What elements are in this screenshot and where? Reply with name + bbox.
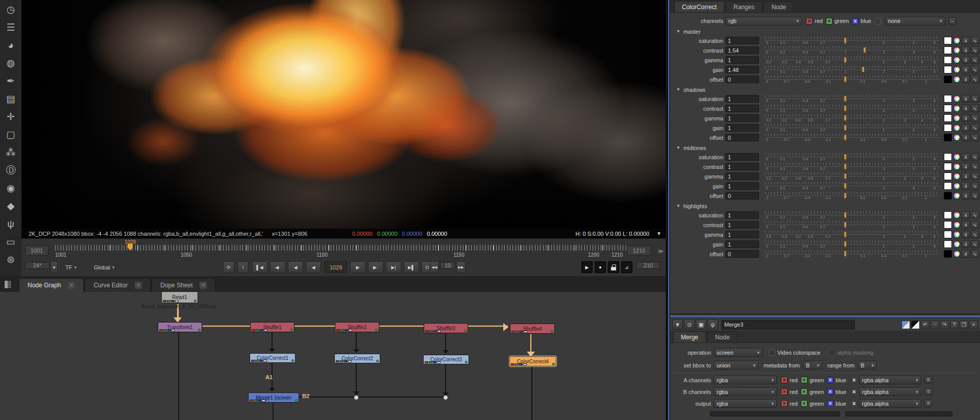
param-value-field[interactable]: 1 <box>725 114 759 122</box>
multi-value-button[interactable]: 4 <box>962 124 970 132</box>
node-name-field[interactable]: Merge3 <box>721 320 855 330</box>
multi-value-button[interactable]: 4 <box>962 250 970 258</box>
param-slider[interactable]: -1-0.7-0.4-0.100.10.40.71 <box>765 192 940 200</box>
channels-dropdown[interactable]: rgb▾ <box>725 17 802 26</box>
mask-dropdown-partial[interactable] <box>710 411 840 416</box>
flipbook-play-button[interactable]: ▶ <box>581 261 593 273</box>
green-checkbox[interactable]: × <box>801 400 807 407</box>
slider-handle[interactable] <box>844 231 847 237</box>
slider-handle[interactable] <box>844 57 847 63</box>
param-value-field[interactable]: 1 <box>725 37 759 44</box>
revert-button[interactable]: ↷ <box>940 320 949 329</box>
param-value-field[interactable]: 1 <box>725 56 759 64</box>
node-settings-wrench-button[interactable]: ψ <box>707 319 718 330</box>
slider-handle[interactable] <box>844 115 847 121</box>
prev-keyframe-button[interactable]: ◀· <box>270 261 285 273</box>
param-slider[interactable]: 00.10.40.71234 <box>765 163 940 171</box>
multi-value-button[interactable]: 4 <box>962 76 970 83</box>
curve-button[interactable]: ∿ <box>971 250 979 258</box>
curve-button[interactable]: ∿ <box>971 46 979 54</box>
alpha-check-icon[interactable]: × <box>852 400 856 407</box>
curve-button[interactable]: ∿ <box>971 114 979 122</box>
param-slider[interactable]: 0.20.30.40.50.712345 <box>765 172 940 181</box>
multi-value-button[interactable]: 4 <box>962 134 970 141</box>
multi-value-button[interactable]: 4 <box>962 240 970 248</box>
param-slider[interactable]: 0.20.30.40.50.712345 <box>765 231 940 239</box>
panel-divider[interactable] <box>666 0 669 420</box>
color-wheel-button[interactable] <box>953 76 960 83</box>
node-colorcorrect3[interactable]: ColorCorrect3 <box>423 355 469 364</box>
section-header-midtones[interactable]: ▼midtones <box>670 143 980 152</box>
tab-colorcorrect[interactable]: ColorCorrect <box>674 1 724 12</box>
slider-handle[interactable] <box>863 47 866 53</box>
color-sampler-icon[interactable]: ✒ <box>4 73 18 88</box>
curve-button[interactable]: ∿ <box>971 211 979 219</box>
node-shuffle1[interactable]: Shuffle1 <box>250 322 295 332</box>
color-swatch-button[interactable] <box>944 95 952 103</box>
slider-handle[interactable] <box>844 251 847 257</box>
multi-value-button[interactable]: 4 <box>962 163 970 170</box>
menu-rows-icon[interactable]: ☰ <box>4 20 18 34</box>
transform-arrows-icon[interactable]: ✛ <box>4 109 18 123</box>
slider-handle[interactable] <box>844 192 847 199</box>
tf-mode-dropdown[interactable]: TF▾ <box>65 261 86 273</box>
interface-color-button[interactable] <box>911 320 920 329</box>
param-value-field[interactable]: 0 <box>725 76 759 83</box>
green-checkbox[interactable]: × <box>801 388 807 395</box>
curve-button[interactable]: ∿ <box>971 153 979 161</box>
redo-button[interactable]: ↷ <box>930 320 939 329</box>
fps-dropdown-arrow[interactable]: ▾ <box>51 261 58 273</box>
param-slider[interactable]: 00.10.40.71234 <box>765 211 940 219</box>
node-graph-panel[interactable] <box>0 292 666 420</box>
slider-handle[interactable] <box>844 105 847 111</box>
node-shuffle2[interactable]: Shuffle2 <box>335 322 379 332</box>
close-tab-icon[interactable]: × <box>135 282 142 289</box>
param-value-field[interactable]: 1 <box>725 95 759 103</box>
operation-dropdown[interactable]: screen▾ <box>714 348 763 357</box>
param-slider[interactable]: 00.10.40.71234 <box>765 153 940 161</box>
status-caret-icon[interactable]: ▼ <box>656 231 662 236</box>
curve-button[interactable]: ∿ <box>971 105 979 112</box>
help-button[interactable]: ? <box>950 320 959 329</box>
slider-handle[interactable] <box>844 125 847 131</box>
color-wheel-button[interactable] <box>953 37 960 44</box>
slider-handle[interactable] <box>844 241 847 247</box>
section-header-master[interactable]: ▼master <box>670 27 980 36</box>
close-tab-icon[interactable]: × <box>68 282 75 289</box>
multi-value-button[interactable]: 4 <box>962 192 970 200</box>
red-checkbox[interactable]: × <box>781 400 788 407</box>
profile-chart-button[interactable]: ⊿ <box>621 261 632 273</box>
curve-button[interactable]: ∿ <box>971 221 979 229</box>
range-from-dropdown[interactable]: B▾ <box>857 361 877 369</box>
alpha-channel-dropdown[interactable]: rgba.alpha▾ <box>859 399 921 408</box>
color-swatch-button[interactable] <box>944 172 952 180</box>
color-swatch-button[interactable] <box>944 240 952 248</box>
tab-node-graph[interactable]: Node Graph× <box>19 278 84 292</box>
color-swatch-button[interactable] <box>944 134 952 141</box>
param-slider[interactable]: -1-0.7-0.4-0.100.10.40.71 <box>765 134 940 142</box>
node-read1[interactable]: Read1 <box>161 291 198 303</box>
multi-value-button[interactable]: 4 <box>962 37 970 44</box>
tab-merge-merge[interactable]: Merge <box>673 331 706 342</box>
metadata-tag-icon[interactable]: ◆ <box>4 199 18 213</box>
param-value-field[interactable]: 1.48 <box>725 66 759 73</box>
slider-handle[interactable] <box>844 134 847 140</box>
param-slider[interactable]: -1-0.7-0.4-0.100.10.40.71 <box>765 76 940 84</box>
color-wheel-button[interactable] <box>953 105 960 112</box>
main-channels-dropdown[interactable]: rgba▾ <box>714 376 777 384</box>
node-colorcorrect1[interactable]: ColorCorrect1 <box>250 353 296 363</box>
collapse-panel-button[interactable]: ▼ <box>672 319 683 330</box>
multi-value-button[interactable]: 4 <box>962 105 970 112</box>
slider-handle[interactable] <box>844 221 847 228</box>
param-slider[interactable]: 00.10.40.71234 <box>765 182 940 190</box>
color-swatch-button[interactable] <box>944 211 952 219</box>
multi-value-button[interactable]: 4 <box>962 231 970 238</box>
param-value-field[interactable]: 1 <box>725 182 759 190</box>
color-wheel-button[interactable] <box>953 251 960 257</box>
blue-checkbox[interactable]: × <box>852 18 859 24</box>
curve-button[interactable]: ∿ <box>971 163 979 170</box>
alpha-masking-checkbox[interactable] <box>828 349 835 356</box>
slider-handle[interactable] <box>844 154 847 160</box>
other-folder-icon[interactable]: ▭ <box>4 234 18 249</box>
bbox-dropdown[interactable]: union▾ <box>714 361 758 369</box>
